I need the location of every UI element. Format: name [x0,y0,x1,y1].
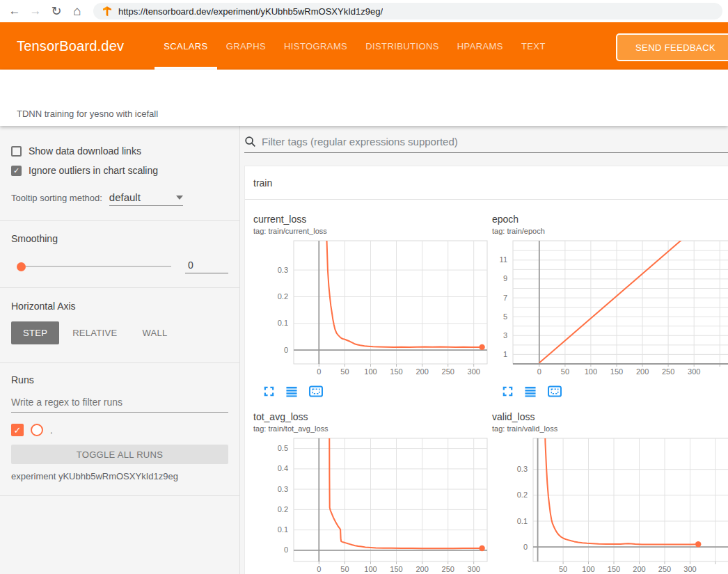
run-radio-icon[interactable] [31,424,43,436]
app-header: TensorBoard.dev SCALARSGRAPHSHISTOGRAMSD… [0,22,728,70]
chart-tag: tag: train/tot_avg_loss [253,424,492,433]
svg-text:0: 0 [317,367,321,376]
scalar-line-chart[interactable]: 00.10.20.3050100150200250300 [253,238,492,380]
run-list-item[interactable]: ✓ . [11,424,228,436]
tab-graphs[interactable]: GRAPHS [217,22,275,70]
svg-text:50: 50 [340,565,349,573]
chart-tag: tag: train/valid_loss [492,424,728,433]
smoothing-slider-thumb[interactable] [17,262,26,271]
svg-text:250: 250 [658,565,671,573]
nav-tabs: SCALARSGRAPHSHISTOGRAMSDISTRIBUTIONSHPAR… [155,22,555,70]
experiment-bar: TDNN training for yesno with icefall [0,70,728,126]
svg-text:100: 100 [585,367,597,376]
scalar-chart-card: valid_loss tag: train/valid_loss 00.10.2… [492,411,728,574]
scalar-line-chart[interactable]: 00.10.20.350100150200250300 [492,436,728,574]
axis-button-relative[interactable]: RELATIVE [61,321,129,344]
checkbox-label: Ignore outliers in chart scaling [29,165,158,176]
home-icon[interactable]: ⌂ [68,2,86,20]
svg-text:0.5: 0.5 [278,444,288,452]
tooltip-sorting-dropdown[interactable]: default [109,191,183,206]
svg-text:0.1: 0.1 [278,319,288,327]
smoothing-label: Smoothing [11,233,228,244]
svg-text:250: 250 [662,367,674,376]
fit-domain-icon[interactable] [308,385,324,397]
fit-domain-icon[interactable] [547,385,562,397]
tab-hparams[interactable]: HPARAMS [448,22,512,70]
svg-text:250: 250 [442,367,454,376]
svg-text:1: 1 [503,350,507,358]
tab-histograms[interactable]: HISTOGRAMS [275,22,356,70]
svg-text:3: 3 [503,331,507,340]
svg-text:0: 0 [284,346,288,354]
svg-text:100: 100 [364,565,377,573]
svg-text:0.2: 0.2 [278,292,288,301]
chart-title: epoch [492,214,728,225]
chart-tag: tag: train/epoch [492,226,728,236]
scalar-line-chart[interactable]: 1357911050100150200250300 [492,238,728,380]
chart-actions [263,385,492,397]
url-text: https://tensorboard.dev/experiment/yKUbh… [118,6,383,17]
svg-text:300: 300 [683,565,696,573]
filter-tags-input[interactable]: Filter tags (regular expressions support… [244,136,728,153]
reload-icon[interactable]: ↻ [47,2,65,20]
svg-text:0.3: 0.3 [278,266,288,274]
svg-text:11: 11 [500,255,507,264]
svg-text:9: 9 [503,274,507,282]
svg-text:0: 0 [317,565,321,573]
tensorboard-favicon [102,6,113,17]
app-logo: TensorBoard.dev [17,38,124,54]
scalar-chart-card: epoch tag: train/epoch 13579110501001502… [492,214,728,397]
svg-text:150: 150 [390,565,402,573]
svg-text:150: 150 [390,367,402,376]
svg-text:0.1: 0.1 [517,517,528,525]
svg-text:0.4: 0.4 [278,464,288,472]
svg-text:0.1: 0.1 [278,525,288,534]
browser-chrome: ← → ↻ ⌂ https://tensorboard.dev/experime… [0,0,728,22]
axis-button-wall[interactable]: WALL [130,321,179,344]
expand-icon[interactable] [263,385,275,397]
tab-text[interactable]: TEXT [512,22,555,70]
toggle-all-runs-button[interactable]: TOGGLE ALL RUNS [11,445,228,464]
svg-text:300: 300 [468,565,480,573]
chart-title: tot_avg_loss [253,411,492,423]
divider [0,495,239,496]
tooltip-sorting-label: Tooltip sorting method: [11,193,102,203]
runs-label: Runs [11,374,228,385]
run-checkbox[interactable]: ✓ [11,424,24,436]
forward-icon[interactable]: → [26,2,45,20]
tab-scalars[interactable]: SCALARS [155,22,217,70]
svg-text:100: 100 [364,367,377,376]
experiment-title: TDNN training for yesno with icefall [17,109,158,119]
svg-text:50: 50 [561,367,569,376]
divider [0,287,239,288]
svg-text:300: 300 [688,367,700,376]
svg-text:0.3: 0.3 [278,485,288,493]
tab-distributions[interactable]: DISTRIBUTIONS [356,22,448,70]
show-download-links-checkbox-row[interactable]: Show data download links [11,141,228,161]
runs-table-icon[interactable] [285,385,298,397]
axis-button-step[interactable]: STEP [11,321,59,344]
chevron-down-icon [176,196,183,200]
chart-actions [502,385,728,397]
svg-text:150: 150 [608,565,620,573]
svg-text:0.3: 0.3 [517,465,528,473]
smoothing-slider-track[interactable] [26,266,171,267]
tag-group-header[interactable]: train [245,166,728,200]
expand-icon[interactable] [502,385,514,397]
smoothing-value-field[interactable]: 0 [185,260,228,273]
checkbox-icon[interactable]: ✓ [11,166,22,176]
svg-text:50: 50 [340,367,349,376]
charts-grid: current_loss tag: train/current_loss 00.… [245,200,728,574]
back-icon[interactable]: ← [6,2,24,20]
svg-text:200: 200 [416,367,428,376]
send-feedback-button[interactable]: SEND FEEDBACK [616,33,728,61]
checkbox-icon[interactable] [11,146,22,157]
svg-text:250: 250 [442,565,454,573]
url-bar[interactable]: https://tensorboard.dev/experiment/yKUbh… [93,3,722,19]
scalar-line-chart[interactable]: 00.10.20.30.40.5050100150200250300 [253,436,492,574]
filter-placeholder: Filter tags (regular expressions support… [262,136,458,148]
ignore-outliers-checkbox-row[interactable]: ✓ Ignore outliers in chart scaling [11,161,228,180]
svg-text:5: 5 [503,312,507,321]
runs-table-icon[interactable] [524,385,537,397]
runs-regex-input[interactable]: Write a regex to filter runs [11,397,228,413]
